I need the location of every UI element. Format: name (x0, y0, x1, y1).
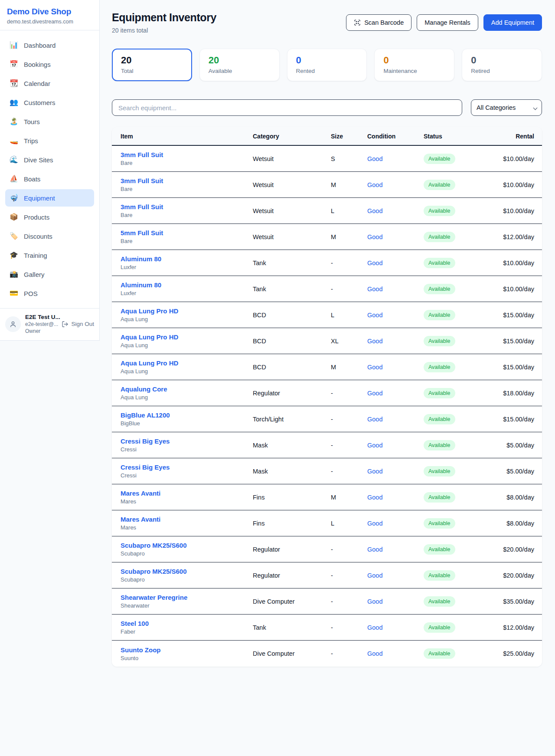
condition-link[interactable]: Good (367, 155, 424, 162)
sign-out-button[interactable]: Sign Out (62, 321, 94, 328)
category-select[interactable]: All Categories (471, 99, 542, 116)
item-cell: Cressi Big Eyes Cressi (121, 463, 253, 479)
condition-link[interactable]: Good (367, 312, 424, 319)
sidebar-item-training[interactable]: 🎓 Training (5, 247, 94, 264)
item-name-link[interactable]: 5mm Full Suit (121, 229, 253, 237)
table-row[interactable]: 3mm Full Suit Bare Wetsuit M Good Availa… (112, 172, 542, 198)
table-row[interactable]: BigBlue AL1200 BigBlue Torch/Light - Goo… (112, 406, 542, 432)
table-row[interactable]: 3mm Full Suit Bare Wetsuit L Good Availa… (112, 198, 542, 224)
condition-link[interactable]: Good (367, 364, 424, 371)
item-cell: Aluminum 80 Luxfer (121, 281, 253, 296)
item-name-link[interactable]: Steel 100 (121, 620, 253, 627)
category-cell: Dive Computer (253, 650, 331, 657)
table-row[interactable]: Steel 100 Faber Tank - Good Available $1… (112, 615, 542, 641)
rental-price: $5.00/day (493, 468, 534, 475)
stat-card-total[interactable]: 20 Total (112, 49, 192, 81)
sidebar-item-pos[interactable]: 💳 POS (5, 285, 94, 302)
item-name-link[interactable]: Mares Avanti (121, 516, 253, 523)
item-name-link[interactable]: Aluminum 80 (121, 281, 253, 289)
table-row[interactable]: 5mm Full Suit Bare Wetsuit M Good Availa… (112, 224, 542, 250)
condition-link[interactable]: Good (367, 416, 424, 423)
table-row[interactable]: Scubapro MK25/S600 Scubapro Regulator - … (112, 562, 542, 588)
item-name-link[interactable]: 3mm Full Suit (121, 151, 253, 158)
sidebar-item-trips[interactable]: 🚤 Trips (5, 132, 94, 149)
condition-link[interactable]: Good (367, 181, 424, 188)
sidebar-item-dashboard[interactable]: 📊 Dashboard (5, 36, 94, 54)
item-name-link[interactable]: 3mm Full Suit (121, 177, 253, 184)
size-cell: - (331, 468, 367, 475)
search-input[interactable] (112, 99, 462, 116)
item-name-link[interactable]: BigBlue AL1200 (121, 411, 253, 419)
table-row[interactable]: Shearwater Peregrine Shearwater Dive Com… (112, 588, 542, 615)
condition-link[interactable]: Good (367, 520, 424, 527)
sidebar-item-dive-sites[interactable]: 🌊 Dive Sites (5, 151, 94, 168)
scan-barcode-button[interactable]: Scan Barcode (346, 14, 411, 31)
condition-link[interactable]: Good (367, 624, 424, 631)
sidebar-item-bookings[interactable]: 📅 Bookings (5, 56, 94, 73)
manage-rentals-button[interactable]: Manage Rentals (417, 14, 478, 31)
condition-link[interactable]: Good (367, 494, 424, 501)
item-name-link[interactable]: Mares Avanti (121, 490, 253, 497)
table-row[interactable]: Suunto Zoop Suunto Dive Computer - Good … (112, 641, 542, 667)
item-name-link[interactable]: Scubapro MK25/S600 (121, 542, 253, 549)
item-name-link[interactable]: Cressi Big Eyes (121, 463, 253, 471)
item-name-link[interactable]: Aqua Lung Pro HD (121, 333, 253, 341)
sidebar-item-label: Equipment (24, 194, 55, 202)
condition-link[interactable]: Good (367, 233, 424, 240)
table-row[interactable]: Aluminum 80 Luxfer Tank - Good Available… (112, 250, 542, 276)
item-name-link[interactable]: Suunto Zoop (121, 646, 253, 654)
sidebar-item-tours[interactable]: 🏝️ Tours (5, 113, 94, 130)
item-name-link[interactable]: Cressi Big Eyes (121, 437, 253, 445)
condition-link[interactable]: Good (367, 572, 424, 579)
stat-value: 0 (383, 55, 445, 66)
table-row[interactable]: Aluminum 80 Luxfer Tank - Good Available… (112, 276, 542, 302)
brand-title[interactable]: Demo Dive Shop (7, 7, 92, 16)
condition-link[interactable]: Good (367, 546, 424, 553)
item-name-link[interactable]: Shearwater Peregrine (121, 594, 253, 601)
condition-link[interactable]: Good (367, 286, 424, 293)
item-brand: Bare (121, 238, 253, 244)
status-cell: Available (424, 362, 493, 372)
item-cell: Mares Avanti Mares (121, 516, 253, 531)
item-name-link[interactable]: Aqua Lung Pro HD (121, 359, 253, 367)
sidebar-item-discounts[interactable]: 🏷️ Discounts (5, 227, 94, 245)
sidebar-item-products[interactable]: 📦 Products (5, 208, 94, 226)
condition-link[interactable]: Good (367, 442, 424, 449)
condition-link[interactable]: Good (367, 650, 424, 657)
sidebar-item-equipment[interactable]: 🤿 Equipment (5, 189, 94, 207)
condition-link[interactable]: Good (367, 390, 424, 397)
sidebar-item-gallery[interactable]: 📸 Gallery (5, 266, 94, 283)
item-name-link[interactable]: Scubapro MK25/S600 (121, 568, 253, 575)
condition-link[interactable]: Good (367, 598, 424, 605)
add-equipment-button[interactable]: Add Equipment (483, 14, 542, 31)
sidebar-item-calendar[interactable]: 📆 Calendar (5, 75, 94, 92)
table-row[interactable]: 3mm Full Suit Bare Wetsuit S Good Availa… (112, 146, 542, 172)
nav-icon: 🤿 (10, 194, 18, 201)
table-row[interactable]: Scubapro MK25/S600 Scubapro Regulator - … (112, 536, 542, 562)
stat-card-maintenance[interactable]: 0 Maintenance (374, 49, 454, 81)
table-row[interactable]: Aqualung Core Aqua Lung Regulator - Good… (112, 380, 542, 406)
rental-price: $10.00/day (493, 286, 534, 293)
stat-label: Total (121, 68, 183, 74)
condition-link[interactable]: Good (367, 338, 424, 345)
table-row[interactable]: Cressi Big Eyes Cressi Mask - Good Avail… (112, 432, 542, 458)
table-row[interactable]: Mares Avanti Mares Fins L Good Available… (112, 510, 542, 536)
condition-link[interactable]: Good (367, 207, 424, 214)
table-row[interactable]: Aqua Lung Pro HD Aqua Lung BCD XL Good A… (112, 328, 542, 354)
item-name-link[interactable]: Aqua Lung Pro HD (121, 307, 253, 315)
condition-link[interactable]: Good (367, 260, 424, 266)
sidebar-item-boats[interactable]: ⛵ Boats (5, 170, 94, 187)
sidebar-item-customers[interactable]: 👥 Customers (5, 94, 94, 111)
stat-card-available[interactable]: 20 Available (199, 49, 280, 81)
table-row[interactable]: Mares Avanti Mares Fins M Good Available… (112, 484, 542, 510)
stat-card-retired[interactable]: 0 Retired (462, 49, 542, 81)
status-badge: Available (424, 232, 455, 242)
table-row[interactable]: Cressi Big Eyes Cressi Mask - Good Avail… (112, 458, 542, 484)
item-name-link[interactable]: Aluminum 80 (121, 255, 253, 263)
item-name-link[interactable]: 3mm Full Suit (121, 203, 253, 210)
table-row[interactable]: Aqua Lung Pro HD Aqua Lung BCD M Good Av… (112, 354, 542, 380)
stat-card-rented[interactable]: 0 Rented (287, 49, 367, 81)
table-row[interactable]: Aqua Lung Pro HD Aqua Lung BCD L Good Av… (112, 302, 542, 328)
item-name-link[interactable]: Aqualung Core (121, 385, 253, 393)
condition-link[interactable]: Good (367, 468, 424, 475)
